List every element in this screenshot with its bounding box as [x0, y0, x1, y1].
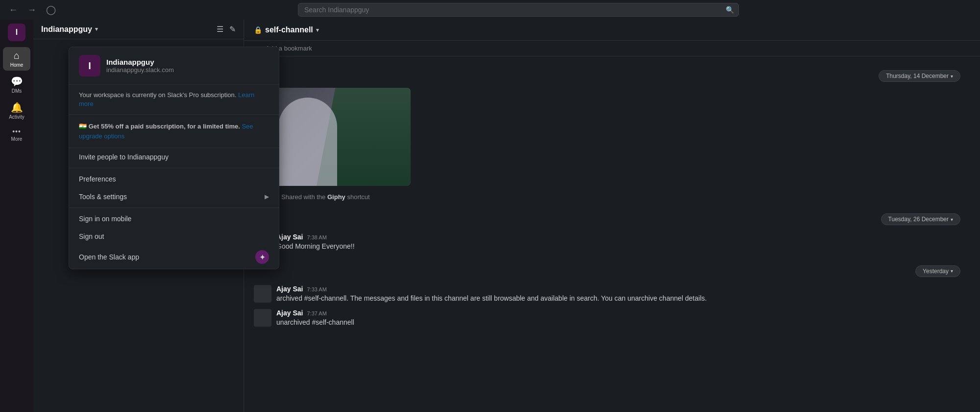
ws-user-info: Indianappguy indianappguy.slack.com: [106, 58, 174, 74]
search-bar-container: 🔍: [298, 3, 739, 17]
sign-in-mobile-item[interactable]: Sign in on mobile: [69, 210, 279, 228]
message-content: Ajay Sai 7:37 AM unarchived #self-channe…: [276, 309, 970, 328]
sender-name: Ajay Sai: [276, 233, 303, 241]
avatar: [254, 285, 271, 303]
message-header: Ajay Sai 7:33 AM: [276, 285, 970, 293]
workspace-panel-container: Indianappguy ▾ ☰ ✎ I Indianappguy indian…: [33, 20, 244, 412]
back-button[interactable]: ←: [6, 3, 21, 17]
workspace-dropdown-panel: I Indianappguy indianappguy.slack.com Yo…: [69, 47, 279, 269]
message-timestamp: 7:33 AM: [307, 286, 326, 292]
table-row: Ajay Sai 7:38 AM Good Morning Everyone!!: [254, 231, 970, 254]
ws-email: indianappguy.slack.com: [106, 66, 174, 74]
sidebar-item-home[interactable]: ⌂ Home: [3, 47, 30, 71]
date-caret-icon: ▾: [951, 74, 953, 79]
sender-name: Ajay Sai: [276, 309, 303, 317]
menu-divider-1: [69, 168, 279, 168]
more-label: More: [11, 136, 23, 142]
filter-icon[interactable]: ☰: [217, 25, 223, 34]
top-bar: ← → ◯ 🔍: [0, 0, 980, 20]
search-icon: 🔍: [726, 6, 734, 14]
menu-divider-2: [69, 207, 279, 208]
channel-header: 🔒 self-channell ▾: [244, 20, 980, 41]
preferences-item[interactable]: Preferences: [69, 170, 279, 188]
sidebar-item-more[interactable]: ••• More: [3, 125, 30, 145]
message-timestamp: 7:37 AM: [307, 310, 326, 316]
slack-logo-icon: ✦: [255, 250, 269, 264]
ws-user-header: I Indianappguy indianappguy.slack.com: [69, 47, 279, 85]
workspace-title-text: Indianappguy: [41, 25, 92, 34]
main-area: I ⌂ Home 💬 DMs 🔔 Activity ••• More India…: [0, 20, 980, 412]
table-row: Ajay Sai 7:33 AM archived #self-channell…: [254, 283, 970, 306]
more-icon: •••: [12, 128, 21, 135]
table-row: Ajay Sai 7:37 AM unarchived #self-channe…: [254, 307, 970, 330]
bell-icon: 🔔: [11, 102, 23, 113]
compose-icon[interactable]: ✎: [229, 25, 236, 34]
tools-settings-item[interactable]: Tools & settings ▶: [69, 188, 279, 206]
date-divider-tuesday: Tuesday, 26 December ▾: [254, 213, 970, 225]
channel-name-display: 🔒 self-channell ▾: [254, 26, 319, 34]
message-text: archived #self-channell. The messages an…: [276, 294, 970, 304]
flag-icon: 🇮🇳: [79, 123, 89, 130]
date-divider-yesterday: Yesterday ▾: [254, 265, 970, 277]
home-icon: ⌂: [14, 50, 20, 61]
figure-shape: [278, 98, 337, 186]
message-text: unarchived #self-channell: [276, 318, 970, 328]
yesterday-caret-icon: ▾: [951, 268, 953, 274]
open-slack-item[interactable]: Open the Slack app ✦: [69, 245, 279, 269]
dms-label: DMs: [12, 88, 22, 94]
giphy-shared-text: Shared with the Giphy shortcut: [281, 193, 370, 201]
workspace-icon[interactable]: I: [8, 24, 25, 41]
sign-out-item[interactable]: Sign out: [69, 228, 279, 245]
message-header: Ajay Sai 7:38 AM: [276, 233, 970, 241]
ws-pro-text: Your workspace is currently on Slack's P…: [79, 91, 269, 108]
ws-promo-section: 🇮🇳 Get 55% off a paid subscription, for …: [69, 115, 279, 148]
sidebar-item-activity[interactable]: 🔔 Activity: [3, 99, 30, 123]
image-message: [254, 88, 970, 186]
workspace-caret: ▾: [95, 26, 98, 32]
yesterday-date-pill[interactable]: Yesterday ▾: [915, 265, 960, 277]
workspace-dropdown-trigger[interactable]: Indianappguy ▾: [41, 25, 98, 34]
lock-icon: 🔒: [254, 26, 262, 34]
message-header: Ajay Sai 7:37 AM: [276, 309, 970, 317]
icon-sidebar: I ⌂ Home 💬 DMs 🔔 Activity ••• More: [0, 20, 33, 412]
message-timestamp: 7:38 AM: [307, 234, 326, 240]
messages-area[interactable]: Thursday, 14 December ▾ ⚡ G Shared with …: [244, 56, 980, 412]
message-text: Good Morning Everyone!!: [276, 242, 970, 252]
search-input[interactable]: [298, 3, 739, 17]
workspace-toolbar: ☰ ✎: [217, 25, 236, 34]
tools-chevron-icon: ▶: [265, 193, 269, 200]
workspace-title-bar: Indianappguy ▾ ☰ ✎: [33, 20, 244, 39]
avatar: [254, 309, 271, 327]
sender-name: Ajay Sai: [276, 285, 303, 293]
giphy-shared-indicator: ⚡ G Shared with the Giphy shortcut: [254, 192, 970, 202]
invite-people-item[interactable]: Invite people to Indianappguy: [69, 148, 279, 166]
thursday-date-pill[interactable]: Thursday, 14 December ▾: [879, 70, 960, 82]
chat-area: 🔒 self-channell ▾ + + Add a bookmark Thu…: [244, 20, 980, 412]
ws-promo-text: 🇮🇳 Get 55% off a paid subscription, for …: [79, 122, 269, 141]
home-label: Home: [10, 62, 24, 68]
message-content: Ajay Sai 7:33 AM archived #self-channell…: [276, 285, 970, 304]
ws-display-name: Indianappguy: [106, 58, 174, 66]
bookmark-bar[interactable]: + + Add a bookmark: [244, 41, 980, 56]
tuesday-date-pill[interactable]: Tuesday, 26 December ▾: [881, 213, 960, 225]
history-button[interactable]: ◯: [43, 2, 59, 17]
message-content: Ajay Sai 7:38 AM Good Morning Everyone!!: [276, 233, 970, 252]
ws-pro-section: Your workspace is currently on Slack's P…: [69, 85, 279, 115]
channel-caret[interactable]: ▾: [316, 27, 319, 33]
forward-button[interactable]: →: [24, 3, 39, 17]
activity-label: Activity: [9, 114, 24, 120]
ws-user-avatar: I: [79, 55, 100, 77]
date-divider-thursday: Thursday, 14 December ▾: [254, 70, 970, 82]
dms-icon: 💬: [11, 76, 23, 87]
tuesday-caret-icon: ▾: [951, 217, 953, 222]
sidebar-item-dms[interactable]: 💬 DMs: [3, 73, 30, 97]
